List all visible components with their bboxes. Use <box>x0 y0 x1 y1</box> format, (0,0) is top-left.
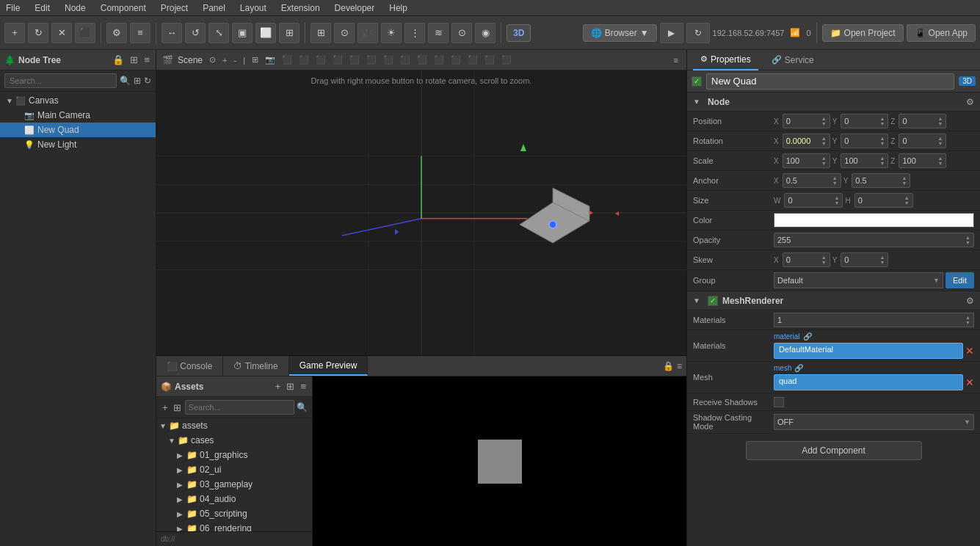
skew-y-up[interactable]: ▲ <box>879 255 885 260</box>
opacity-down[interactable]: ▼ <box>965 240 970 245</box>
assets-search-icon[interactable]: 🔍 <box>297 402 308 412</box>
scene-viewport[interactable]: Drag with right mouse button to rotate c… <box>156 70 686 355</box>
extra4[interactable]: ◉ <box>475 23 496 43</box>
skew-y-input[interactable]: 0 ▲▼ <box>841 252 888 267</box>
group-dropdown[interactable]: Default ▼ <box>774 272 943 288</box>
3d-toggle[interactable]: 3D <box>507 24 531 42</box>
anchor-x-down[interactable]: ▼ <box>832 181 838 186</box>
open-project-button[interactable]: 📁 Open Project <box>822 24 904 42</box>
rotation-y-input[interactable]: 0 ▲▼ <box>841 134 888 148</box>
assets-menu-btn[interactable]: ≡ <box>299 379 308 393</box>
anchor-x-up[interactable]: ▲ <box>832 175 838 181</box>
size-w-up[interactable]: ▲ <box>835 195 840 200</box>
assets-add-btn[interactable]: + <box>274 379 283 393</box>
build-btn[interactable]: ⚙ <box>106 23 127 43</box>
scale-x-down[interactable]: ▼ <box>821 161 827 166</box>
scene-cam-btn[interactable]: 📷 <box>263 54 277 65</box>
extra1[interactable]: ⋮ <box>404 23 425 43</box>
menu-developer[interactable]: Developer <box>332 1 378 15</box>
scene-extra9[interactable]: ⬛ <box>415 54 429 65</box>
node-name-input[interactable] <box>706 73 954 90</box>
size-h-up[interactable]: ▲ <box>904 195 910 200</box>
node-tree-expand-btn[interactable]: ⊞ <box>128 53 139 67</box>
gizmo-btn[interactable]: ⊙ <box>334 23 355 43</box>
menu-project[interactable]: Project <box>158 1 191 15</box>
tab-lock-btn[interactable]: 🔒 <box>663 361 674 371</box>
tab-console[interactable]: ⬛ Console <box>156 356 223 376</box>
tab-service[interactable]: 🔗 Service <box>764 50 821 70</box>
extra3[interactable]: ⊙ <box>451 23 472 43</box>
node-section-gear-icon[interactable]: ⚙ <box>966 97 974 107</box>
tab-menu-btn[interactable]: ≡ <box>677 361 682 371</box>
scene-extra13[interactable]: ⬛ <box>482 54 497 65</box>
rotation-z-up[interactable]: ▲ <box>938 136 943 141</box>
skew-y-down[interactable]: ▼ <box>879 260 885 265</box>
scene-grid-btn[interactable]: ⊞ <box>250 54 261 65</box>
rotate-btn[interactable]: ↺ <box>185 23 206 43</box>
position-x-input[interactable]: 0 ▲▼ <box>783 114 830 128</box>
tree-node-main-camera[interactable]: 📷 Main Camera <box>0 108 156 123</box>
scale-y-up[interactable]: ▲ <box>879 156 885 161</box>
close-btn[interactable]: ✕ <box>51 23 72 43</box>
position-x-down[interactable]: ▼ <box>821 121 827 126</box>
material-value-input[interactable]: DefaultMaterial <box>774 343 963 359</box>
skew-x-up[interactable]: ▲ <box>821 255 827 260</box>
opacity-input[interactable]: 255 ▲▼ <box>774 233 974 247</box>
rotation-z-input[interactable]: 0 ▲▼ <box>899 134 946 148</box>
tab-game-preview[interactable]: Game Preview <box>289 356 369 376</box>
menu-component[interactable]: Component <box>98 1 149 15</box>
open-app-button[interactable]: 📱 Open App <box>907 24 976 42</box>
size-w-input[interactable]: 0 ▲▼ <box>784 193 843 208</box>
rotation-x-down[interactable]: ▼ <box>821 141 827 146</box>
assets-add-small-btn[interactable]: + <box>161 401 170 415</box>
node-enabled-checkbox[interactable] <box>692 76 702 87</box>
position-y-down[interactable]: ▼ <box>879 121 885 126</box>
material-delete-button[interactable]: ✕ <box>965 345 974 357</box>
refresh-btn[interactable]: ↻ <box>28 23 48 43</box>
size-h-down[interactable]: ▼ <box>904 200 910 205</box>
scene-extra5[interactable]: ⬛ <box>347 54 362 65</box>
scene-zoom-in[interactable]: + <box>220 55 229 65</box>
node-tree-lock-btn[interactable]: 🔒 <box>111 53 126 67</box>
node-tree-menu-btn[interactable]: ≡ <box>142 53 151 67</box>
scene-extra12[interactable]: ⬛ <box>465 54 480 65</box>
rect-btn[interactable]: ⬜ <box>255 23 276 43</box>
asset-node-04-audio[interactable]: ▶ 📁 04_audio <box>156 492 312 506</box>
position-x-up[interactable]: ▲ <box>821 116 827 121</box>
scene-extra14[interactable]: ⬛ <box>499 54 514 65</box>
scene-extra8[interactable]: ⬛ <box>398 54 413 65</box>
anchor-y-up[interactable]: ▲ <box>901 175 907 181</box>
opacity-up[interactable]: ▲ <box>965 235 970 240</box>
play-button[interactable]: ▶ <box>660 23 683 43</box>
light-btn[interactable]: ☀ <box>381 23 402 43</box>
rotation-y-up[interactable]: ▲ <box>879 136 885 141</box>
scale-x-up[interactable]: ▲ <box>821 156 827 161</box>
node-tree-search-input[interactable] <box>4 73 117 88</box>
extra2[interactable]: ≋ <box>428 23 449 43</box>
scene-extra11[interactable]: ⬛ <box>449 54 463 65</box>
scale-btn[interactable]: ⤡ <box>208 23 229 43</box>
asset-node-03-gameplay[interactable]: ▶ 📁 03_gameplay <box>156 477 312 492</box>
menu-panel[interactable]: Panel <box>200 1 228 15</box>
scene-extra7[interactable]: ⬛ <box>381 54 396 65</box>
receive-shadows-checkbox[interactable] <box>774 397 784 407</box>
mesh-link-icon[interactable]: 🔗 <box>794 364 803 372</box>
asset-node-06-rendering[interactable]: ▶ 📁 06_rendering <box>156 521 312 531</box>
menu-node[interactable]: Node <box>62 1 89 15</box>
anchor-y-input[interactable]: 0.5 ▲▼ <box>852 173 910 188</box>
browser-button[interactable]: 🌐 Browser ▼ <box>583 24 657 42</box>
rotation-y-down[interactable]: ▼ <box>879 141 885 146</box>
refresh-play-button[interactable]: ↻ <box>686 23 710 43</box>
materials-count-input[interactable]: 1 ▲▼ <box>774 313 974 327</box>
mesh-value-input[interactable]: quad <box>774 374 963 390</box>
position-z-input[interactable]: 0 ▲▼ <box>899 114 946 128</box>
mesh-delete-button[interactable]: ✕ <box>965 376 974 388</box>
group-edit-button[interactable]: Edit <box>945 272 974 288</box>
rotation-x-up[interactable]: ▲ <box>821 136 827 141</box>
scene-extra6[interactable]: ⬛ <box>364 54 379 65</box>
tree-node-new-light[interactable]: 💡 New Light <box>0 137 156 152</box>
scene-zoom-out[interactable]: - <box>231 55 239 65</box>
mesh-renderer-enabled-checkbox[interactable] <box>708 296 718 306</box>
screen-btn[interactable]: ⬛ <box>75 23 95 43</box>
asset-node-assets-root[interactable]: ▼ 📁 assets <box>156 418 312 433</box>
